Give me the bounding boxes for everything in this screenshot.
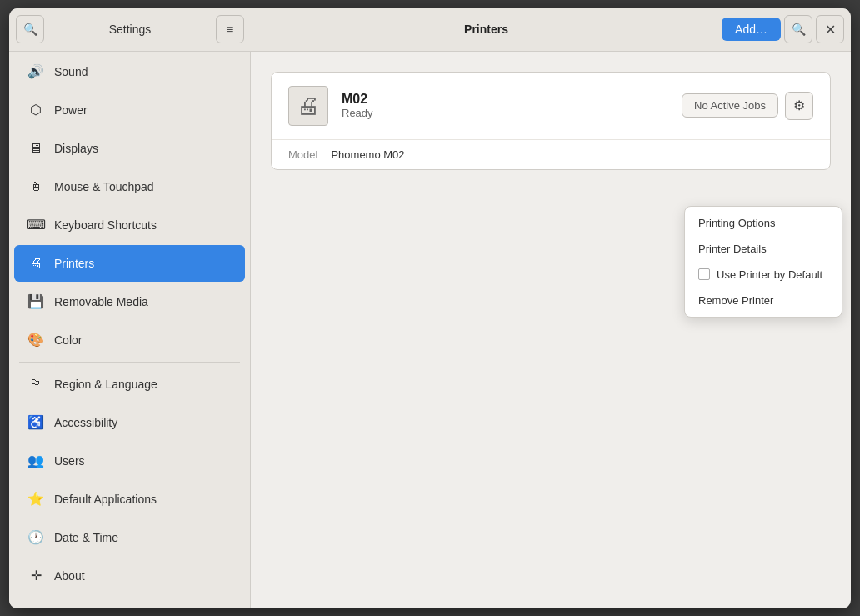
printer-status: Ready bbox=[342, 107, 668, 119]
sidebar-item-label: About bbox=[54, 569, 85, 583]
sidebar-item-label: Accessibility bbox=[54, 416, 118, 429]
sidebar-item-label: Keyboard Shortcuts bbox=[54, 218, 157, 232]
printers-icon: 🖨 bbox=[28, 255, 44, 272]
sidebar-item-about[interactable]: ✛ About bbox=[14, 558, 245, 594]
displays-icon: 🖥 bbox=[28, 140, 44, 157]
printing-options-label: Printing Options bbox=[698, 217, 776, 229]
printer-thumbnail: 🖨 bbox=[288, 86, 328, 126]
use-printer-default-item[interactable]: Use Printer by Default bbox=[685, 262, 842, 288]
sidebar-item-removable[interactable]: 💾 Removable Media bbox=[14, 283, 245, 320]
printing-options-item[interactable]: Printing Options bbox=[685, 210, 842, 236]
sidebar-item-label: Displays bbox=[54, 142, 98, 155]
sidebar-item-mouse[interactable]: 🖱 Mouse & Touchpad bbox=[14, 168, 245, 205]
printer-header: 🖨 M02 Ready No Active Jobs ⚙ bbox=[272, 73, 830, 139]
use-default-label: Use Printer by Default bbox=[717, 268, 822, 281]
titlebar-right: Add… 🔍 ✕ bbox=[722, 15, 851, 43]
keyboard-icon: ⌨ bbox=[28, 217, 44, 233]
sidebar-item-label: Power bbox=[54, 103, 88, 117]
sidebar: 🔊 Sound ⬡ Power 🖥 Displays 🖱 Mouse & Tou… bbox=[9, 52, 251, 608]
printer-settings-button[interactable]: ⚙ bbox=[785, 92, 813, 120]
sidebar-item-sound[interactable]: 🔊 Sound bbox=[14, 53, 245, 90]
sidebar-item-label: Default Applications bbox=[54, 493, 157, 506]
sidebar-item-printers[interactable]: 🖨 Printers bbox=[14, 245, 245, 282]
accessibility-icon: ♿ bbox=[28, 414, 44, 431]
default-apps-icon: ⭐ bbox=[28, 491, 44, 508]
sidebar-item-users[interactable]: 👥 Users bbox=[14, 443, 245, 479]
region-icon: 🏳 bbox=[28, 376, 44, 393]
search-button[interactable]: 🔍 bbox=[784, 15, 812, 43]
model-value: Phomemo M02 bbox=[331, 148, 404, 161]
sidebar-item-color[interactable]: 🎨 Color bbox=[14, 322, 245, 358]
sidebar-item-label: Users bbox=[54, 454, 85, 468]
no-active-jobs-button[interactable]: No Active Jobs bbox=[682, 93, 778, 118]
printer-model-row: Model Phomemo M02 bbox=[272, 139, 830, 169]
sidebar-item-label: Mouse & Touchpad bbox=[54, 180, 154, 193]
sidebar-item-region[interactable]: 🏳 Region & Language bbox=[14, 366, 245, 403]
model-label: Model bbox=[288, 148, 318, 161]
close-button[interactable]: ✕ bbox=[816, 15, 844, 43]
sidebar-item-label: Printers bbox=[54, 257, 94, 270]
printer-details-item[interactable]: Printer Details bbox=[685, 236, 842, 262]
printer-card: 🖨 M02 Ready No Active Jobs ⚙ Model Phome… bbox=[271, 72, 831, 170]
sidebar-item-displays[interactable]: 🖥 Displays bbox=[14, 130, 245, 167]
sidebar-item-default-apps[interactable]: ⭐ Default Applications bbox=[14, 481, 245, 518]
removable-icon: 💾 bbox=[28, 293, 44, 310]
power-icon: ⬡ bbox=[28, 102, 44, 118]
sidebar-separator bbox=[19, 362, 240, 363]
sound-icon: 🔊 bbox=[28, 63, 44, 80]
sidebar-item-label: Color bbox=[54, 333, 82, 347]
sidebar-item-datetime[interactable]: 🕐 Date & Time bbox=[14, 519, 245, 556]
printer-actions: No Active Jobs ⚙ bbox=[682, 92, 813, 120]
datetime-icon: 🕐 bbox=[28, 529, 44, 546]
main-content: 🖨 M02 Ready No Active Jobs ⚙ Model Phome… bbox=[251, 52, 851, 608]
sidebar-item-accessibility[interactable]: ♿ Accessibility bbox=[14, 404, 245, 441]
content-area: 🔊 Sound ⬡ Power 🖥 Displays 🖱 Mouse & Tou… bbox=[9, 52, 851, 608]
mouse-icon: 🖱 bbox=[28, 178, 44, 195]
sidebar-item-label: Removable Media bbox=[54, 295, 148, 308]
gear-icon: ⚙ bbox=[793, 98, 805, 113]
add-printer-button[interactable]: Add… bbox=[722, 18, 781, 41]
printer-name: M02 bbox=[342, 92, 668, 107]
use-default-checkbox[interactable] bbox=[698, 268, 710, 280]
color-icon: 🎨 bbox=[28, 332, 44, 348]
sidebar-item-label: Sound bbox=[54, 65, 88, 78]
printer-dropdown-menu: Printing Options Printer Details Use Pri… bbox=[684, 206, 842, 318]
search-icon-left[interactable]: 🔍 bbox=[16, 15, 44, 43]
sidebar-item-label: Date & Time bbox=[54, 531, 118, 544]
sidebar-item-label: Region & Language bbox=[54, 378, 158, 391]
sidebar-item-power[interactable]: ⬡ Power bbox=[14, 92, 245, 128]
titlebar: 🔍 Settings ≡ Printers Add… 🔍 ✕ bbox=[9, 8, 851, 52]
printer-details-label: Printer Details bbox=[698, 243, 767, 255]
titlebar-center: Printers bbox=[251, 23, 722, 36]
main-window: 🔍 Settings ≡ Printers Add… 🔍 ✕ 🔊 Sound ⬡… bbox=[9, 8, 851, 608]
remove-printer-label: Remove Printer bbox=[698, 294, 773, 307]
about-icon: ✛ bbox=[28, 568, 44, 584]
printer-info: M02 Ready bbox=[342, 92, 668, 119]
remove-printer-item[interactable]: Remove Printer bbox=[685, 288, 842, 313]
menu-button[interactable]: ≡ bbox=[216, 15, 244, 43]
users-icon: 👥 bbox=[28, 453, 44, 469]
sidebar-item-keyboard[interactable]: ⌨ Keyboard Shortcuts bbox=[14, 207, 245, 243]
page-title: Printers bbox=[464, 23, 508, 36]
settings-title: Settings bbox=[48, 23, 212, 36]
titlebar-left: 🔍 Settings ≡ bbox=[9, 15, 251, 43]
